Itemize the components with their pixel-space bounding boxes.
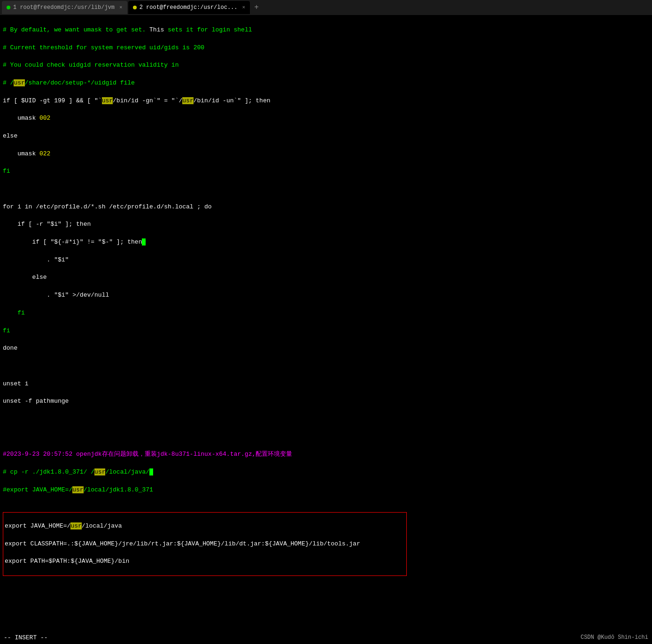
- line-10: for i in /etc/profile.d/*.sh /etc/profil…: [3, 203, 649, 212]
- line-13: . "$i": [3, 256, 649, 265]
- line-15: . "$i" >/dev/null: [3, 291, 649, 300]
- line-14: else: [3, 273, 649, 282]
- terminal-area[interactable]: # By default, we want umask to get set. …: [0, 15, 652, 644]
- line-blank-6: [3, 603, 649, 612]
- line-blank-4: [3, 433, 649, 442]
- line-2: # Current threshold for system reserved …: [3, 44, 649, 53]
- tab-1-close[interactable]: ×: [119, 5, 123, 10]
- line-5: if [ $UID -gt 199 ] && [ "`usr/bin/id -g…: [3, 97, 649, 106]
- tab-1-label: 1 root@freedomdjc:/usr/lib/jvm: [13, 4, 115, 11]
- line-7: else: [3, 132, 649, 141]
- line-9: fi: [3, 167, 649, 176]
- line-blank-1: [3, 185, 649, 194]
- line-11: if [ -r "$i" ]; then: [3, 220, 649, 229]
- tab-2[interactable]: 2 root@freedomdjc:/usr/loc... ×: [128, 1, 250, 14]
- line-1: # By default, we want umask to get set. …: [3, 26, 649, 35]
- insert-mode-indicator: -- INSERT --: [4, 634, 48, 641]
- line-26: export PATH=$PATH:${JAVA_HOME}/bin: [5, 557, 405, 566]
- line-24: export JAVA_HOME=/usr/local/java: [5, 522, 405, 531]
- line-6: umask 002: [3, 114, 649, 123]
- line-blank-7: [3, 620, 649, 629]
- line-blank-3: [3, 415, 649, 424]
- line-3: # You could check uidgid reservation val…: [3, 61, 649, 70]
- line-blank-5: [3, 585, 649, 594]
- tab-dot-1: [7, 6, 10, 9]
- line-19: unset i: [3, 380, 649, 389]
- line-16: fi: [3, 309, 649, 318]
- line-8: umask 022: [3, 150, 649, 159]
- line-18: done: [3, 344, 649, 353]
- line-20: unset -f pathmunge: [3, 397, 649, 406]
- tab-2-label: 2 root@freedomdjc:/usr/loc...: [140, 4, 238, 11]
- tab-2-close[interactable]: ×: [242, 5, 246, 10]
- line-25: export CLASSPATH=.:${JAVA_HOME}/jre/lib/…: [5, 540, 405, 549]
- tab-dot-2: [133, 6, 137, 9]
- new-tab-button[interactable]: +: [251, 2, 262, 13]
- line-21: #2023-9-23 20:57:52 openjdk存在问题卸载，重装jdk-…: [3, 450, 649, 459]
- line-12: if [ "${-#*i}" != "$-" ]; then: [3, 238, 649, 247]
- line-23: #export JAVA_HOME=/usr/local/jdk1.8.0_37…: [3, 486, 649, 495]
- line-blank-2: [3, 362, 649, 371]
- tab-bar: 1 root@freedomdjc:/usr/lib/jvm × 2 root@…: [0, 0, 652, 15]
- line-22: # cp -r ./jdk1.8.0_371/ /usr/local/java/: [3, 468, 649, 477]
- line-17: fi: [3, 327, 649, 336]
- line-4: # /usr/share/doc/setup-*/uidgid file: [3, 79, 649, 88]
- status-bar: -- INSERT -- CSDN @Kudō Shin-ichi: [0, 631, 652, 644]
- attribution-text: CSDN @Kudō Shin-ichi: [581, 634, 648, 641]
- tab-1[interactable]: 1 root@freedomdjc:/usr/lib/jvm ×: [2, 1, 127, 14]
